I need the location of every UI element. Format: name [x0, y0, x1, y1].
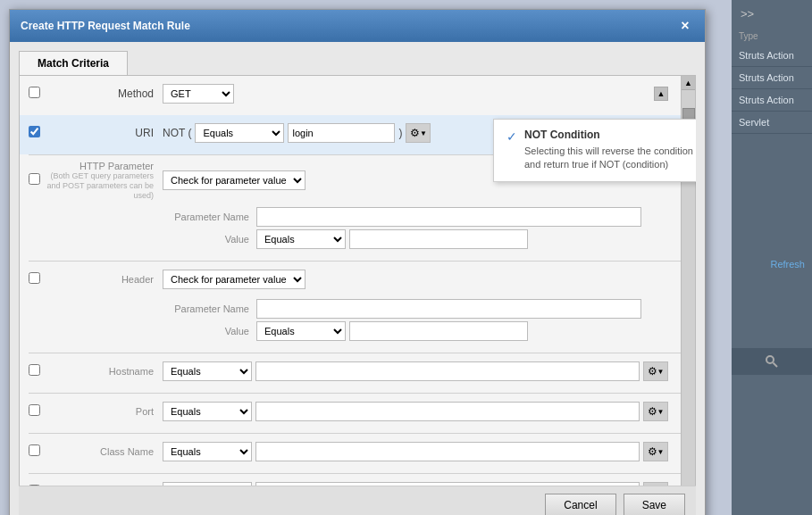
- servlet-name-row: Servlet Name EqualsContains ⚙ ▼: [29, 479, 668, 486]
- hostname-value-input[interactable]: [255, 361, 640, 381]
- servlet-value-input[interactable]: [255, 482, 640, 486]
- hostname-equals-select[interactable]: EqualsContains: [163, 361, 252, 381]
- uri-checkbox[interactable]: [29, 126, 40, 137]
- tooltip-check-icon[interactable]: ✓: [506, 129, 517, 144]
- cancel-button[interactable]: Cancel: [545, 494, 615, 515]
- class-gear-icon: ⚙: [648, 445, 657, 458]
- method-row: Method GET POST PUT DELETE ▲: [29, 81, 668, 106]
- http-param-subform: Parameter Name Value EqualsContains: [29, 204, 668, 255]
- hostname-label: Hostname: [46, 366, 163, 377]
- method-section: Method GET POST PUT DELETE ▲: [20, 76, 695, 115]
- method-label: Method: [46, 87, 163, 100]
- http-param-name-label: Parameter Name: [167, 212, 256, 222]
- save-button[interactable]: Save: [624, 494, 685, 515]
- method-checkbox[interactable]: [29, 87, 40, 98]
- sidebar-item-3[interactable]: Servlet: [732, 112, 812, 134]
- sidebar-refresh[interactable]: Refresh: [770, 259, 805, 270]
- class-name-checkbox-cell: [29, 444, 46, 459]
- hostname-checkbox-cell: [29, 364, 46, 378]
- uri-close-paren: ): [398, 127, 402, 139]
- not-condition-tooltip: ✓ NOT Condition Selecting this will reve…: [493, 119, 696, 182]
- gear-dropdown-icon: ▼: [420, 129, 427, 137]
- http-param-label-group: HTTP Parameter (Both GET query parameter…: [46, 161, 163, 200]
- method-select[interactable]: GET POST PUT DELETE: [163, 84, 234, 104]
- uri-not-prefix: NOT (: [163, 127, 191, 139]
- uri-gear-button[interactable]: ⚙ ▼: [406, 123, 431, 143]
- header-name-input[interactable]: [256, 299, 641, 319]
- uri-value-input[interactable]: [288, 123, 395, 143]
- class-gear-button[interactable]: ⚙ ▼: [643, 442, 668, 461]
- class-value-input[interactable]: [255, 442, 640, 461]
- sidebar-item-1[interactable]: Struts Action: [732, 67, 812, 89]
- header-section: Header Check for parameter value Paramet…: [20, 262, 695, 353]
- port-equals-select[interactable]: EqualsContains: [163, 402, 252, 421]
- header-value-row: Value EqualsContains: [167, 321, 668, 341]
- uri-section: URI NOT ( Equals Contains Starts With En…: [20, 115, 695, 154]
- servlet-name-checkbox[interactable]: [29, 485, 40, 486]
- http-param-note: (Both GET query parameters and POST para…: [46, 171, 154, 200]
- servlet-name-section: Servlet Name EqualsContains ⚙ ▼: [20, 474, 695, 486]
- port-controls: EqualsContains ⚙ ▼: [163, 402, 668, 421]
- hostname-section: Hostname EqualsContains ⚙ ▼: [20, 353, 695, 393]
- method-controls: GET POST PUT DELETE ▲: [163, 84, 668, 104]
- servlet-name-checkbox-cell: [29, 485, 46, 486]
- dialog-header: Create HTTP Request Match Rule ×: [10, 10, 705, 42]
- header-subform: Parameter Name Value EqualsContains: [29, 295, 668, 347]
- scroll-up-btn[interactable]: ▲: [654, 87, 668, 101]
- port-gear-button[interactable]: ⚙ ▼: [643, 402, 668, 421]
- tooltip-title: NOT Condition: [524, 129, 696, 141]
- hostname-checkbox[interactable]: [29, 364, 40, 376]
- tooltip-content: NOT Condition Selecting this will revers…: [524, 129, 696, 172]
- sidebar-item-2[interactable]: Struts Action: [732, 89, 812, 112]
- header-name-row: Parameter Name: [167, 299, 668, 319]
- tab-match-criteria[interactable]: Match Criteria: [19, 51, 128, 75]
- uri-equals-select[interactable]: Equals Contains Starts With Ends With Re…: [195, 123, 284, 143]
- servlet-gear-button[interactable]: ⚙ ▼: [643, 482, 668, 486]
- header-value-input[interactable]: [349, 321, 528, 341]
- header-value-select[interactable]: EqualsContains: [256, 321, 346, 341]
- port-gear-dropdown-icon: ▼: [657, 408, 665, 416]
- http-param-value-select[interactable]: EqualsContains: [256, 229, 346, 249]
- header-check-select[interactable]: Check for parameter value: [163, 270, 306, 289]
- class-name-row: Class Name EqualsContains ⚙ ▼: [29, 439, 668, 464]
- content-inner: Method GET POST PUT DELETE ▲: [19, 75, 696, 486]
- http-param-value-input[interactable]: [349, 229, 528, 249]
- http-param-name-input[interactable]: [256, 207, 641, 227]
- servlet-name-controls: EqualsContains ⚙ ▼: [163, 482, 668, 486]
- sidebar-type-label: Type: [732, 28, 812, 45]
- scroll-up-arrow[interactable]: ▲: [682, 76, 695, 90]
- hostname-gear-icon: ⚙: [648, 365, 657, 378]
- http-param-value-label: Value: [167, 234, 256, 245]
- http-param-name-row: Parameter Name: [167, 207, 668, 227]
- uri-label: URI: [46, 127, 163, 139]
- class-name-checkbox[interactable]: [29, 444, 40, 456]
- http-param-checkbox[interactable]: [29, 173, 40, 185]
- port-label: Port: [46, 406, 163, 417]
- http-param-value-row: Value EqualsContains: [167, 229, 668, 249]
- class-gear-dropdown-icon: ▼: [657, 448, 665, 456]
- content-area: Method GET POST PUT DELETE ▲: [19, 75, 696, 486]
- http-param-check-select[interactable]: Check for parameter value: [163, 170, 306, 190]
- header-name-label: Parameter Name: [167, 303, 256, 314]
- create-match-rule-dialog: Create HTTP Request Match Rule × Match C…: [9, 9, 706, 515]
- class-equals-select[interactable]: EqualsContains: [163, 442, 252, 461]
- header-controls: Check for parameter value: [163, 270, 668, 289]
- http-param-label: HTTP Parameter: [46, 161, 154, 171]
- tooltip-description: Selecting this will reverse the conditio…: [524, 145, 696, 172]
- header-checkbox-cell: [29, 272, 46, 287]
- port-row: Port EqualsContains ⚙ ▼: [29, 399, 668, 424]
- servlet-equals-select[interactable]: EqualsContains: [163, 482, 252, 486]
- uri-checkbox-cell: [29, 126, 46, 140]
- hostname-controls: EqualsContains ⚙ ▼: [163, 361, 668, 381]
- hostname-gear-button[interactable]: ⚙ ▼: [643, 361, 668, 381]
- sidebar-item-0[interactable]: Struts Action: [732, 45, 812, 67]
- header-label: Header: [46, 274, 163, 285]
- port-gear-icon: ⚙: [648, 405, 657, 418]
- dialog-close-button[interactable]: ×: [676, 17, 694, 35]
- dialog-body: Match Criteria Method: [10, 42, 705, 515]
- sidebar-search[interactable]: [732, 348, 812, 375]
- header-checkbox[interactable]: [29, 272, 40, 284]
- port-checkbox[interactable]: [29, 404, 40, 416]
- sidebar-arrow[interactable]: >>: [732, 0, 812, 28]
- port-value-input[interactable]: [255, 402, 640, 421]
